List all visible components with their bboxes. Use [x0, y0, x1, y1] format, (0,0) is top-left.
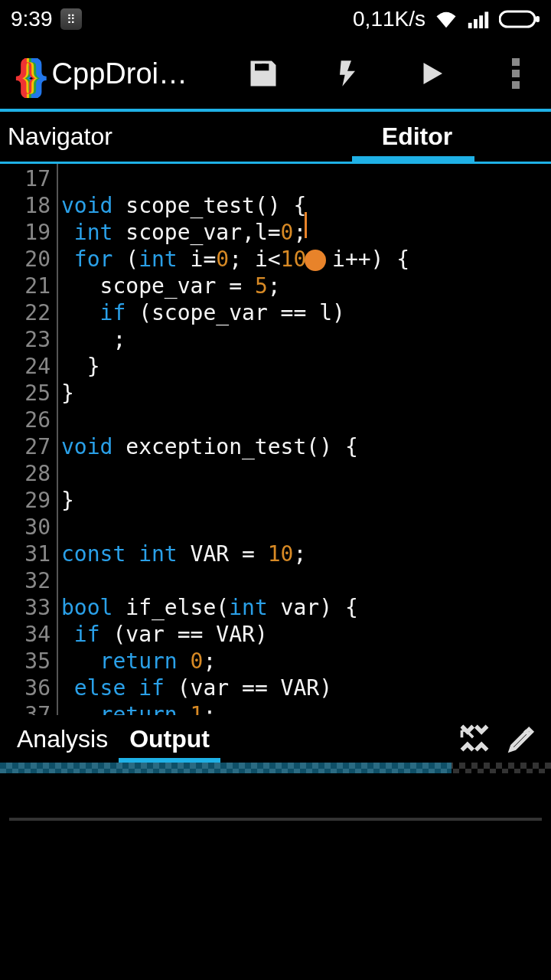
app-title: CppDroi… — [52, 57, 187, 90]
code-line[interactable]: return 0; — [61, 648, 551, 675]
output-panel[interactable] — [0, 773, 551, 972]
line-number: 37 — [0, 701, 51, 715]
line-number: 20 — [0, 246, 51, 273]
tab-navigator-label: Navigator — [8, 122, 112, 151]
line-number: 35 — [0, 648, 51, 675]
line-number: 29 — [0, 487, 51, 514]
line-number: 23 — [0, 326, 51, 353]
battery-icon — [499, 10, 540, 28]
code-line[interactable]: const int VAR = 10; — [61, 541, 551, 567]
line-number: 17 — [0, 165, 51, 192]
network-speed: 0,11K/s — [353, 7, 425, 31]
notification-icon: ⠿ — [60, 8, 82, 30]
code-line[interactable] — [61, 567, 551, 594]
line-number-gutter: 1718192021222324252627282930313233343536… — [0, 164, 58, 715]
text-caret — [305, 212, 307, 238]
tab-editor[interactable]: Editor — [276, 112, 551, 162]
svg-rect-1 — [474, 19, 478, 28]
line-number: 21 — [0, 273, 51, 299]
svg-rect-8 — [512, 70, 520, 77]
cursor-handle-icon[interactable] — [305, 250, 326, 271]
code-line[interactable]: } — [61, 380, 551, 407]
svg-rect-7 — [512, 58, 520, 66]
tab-navigator[interactable]: Navigator — [0, 112, 276, 162]
line-number: 31 — [0, 541, 51, 567]
flash-icon[interactable] — [329, 55, 366, 92]
tab-editor-label: Editor — [382, 122, 452, 151]
line-number: 22 — [0, 299, 51, 326]
code-line[interactable]: return 1; — [61, 701, 551, 715]
code-line[interactable]: void exception_test() { — [61, 433, 551, 460]
line-number: 32 — [0, 567, 51, 594]
line-number: 27 — [0, 433, 51, 460]
overflow-menu-icon[interactable] — [497, 55, 534, 92]
svg-rect-6 — [262, 64, 266, 69]
tab-output[interactable]: Output — [119, 715, 220, 763]
svg-rect-9 — [512, 81, 520, 89]
svg-rect-4 — [500, 11, 535, 27]
code-line[interactable] — [61, 460, 551, 487]
line-number: 19 — [0, 219, 51, 246]
bottom-tab-row: Analysis Output — [0, 715, 551, 763]
line-number: 26 — [0, 407, 51, 433]
code-area[interactable]: void scope_test() { int scope_var,l=0; f… — [58, 164, 551, 715]
app-logo-icon: {} — [15, 49, 43, 99]
top-tab-row: Navigator Editor — [0, 112, 551, 164]
line-number: 30 — [0, 514, 51, 541]
line-number: 28 — [0, 460, 51, 487]
status-time: 9:39 — [11, 7, 53, 31]
line-number: 24 — [0, 353, 51, 380]
code-line[interactable] — [61, 165, 551, 192]
line-number: 36 — [0, 675, 51, 701]
line-number: 33 — [0, 594, 51, 621]
line-number: 18 — [0, 192, 51, 219]
code-line[interactable] — [61, 407, 551, 433]
app-bar: {} CppDroi… — [0, 38, 551, 112]
code-line[interactable]: if (scope_var == l) — [61, 299, 551, 326]
code-line[interactable]: } — [61, 353, 551, 380]
line-number: 34 — [0, 621, 51, 648]
progress-strip — [0, 763, 551, 773]
code-line[interactable]: else if (var == VAR) — [61, 675, 551, 701]
code-line[interactable]: } — [61, 487, 551, 514]
svg-rect-2 — [479, 15, 483, 28]
save-icon[interactable] — [245, 55, 282, 92]
output-divider — [9, 818, 542, 821]
tab-output-label: Output — [129, 725, 210, 753]
wifi-icon — [435, 10, 458, 28]
code-line[interactable]: bool if_else(int var) { — [61, 594, 551, 621]
code-editor[interactable]: 1718192021222324252627282930313233343536… — [0, 164, 551, 715]
tab-analysis-label: Analysis — [17, 725, 108, 753]
svg-rect-0 — [468, 23, 472, 28]
code-line[interactable] — [61, 514, 551, 541]
code-line[interactable]: if (var == VAR) — [61, 621, 551, 648]
collapse-icon[interactable] — [458, 722, 491, 756]
run-icon[interactable] — [413, 55, 450, 92]
code-line[interactable]: scope_var = 5; — [61, 273, 551, 299]
signal-icon — [467, 10, 490, 28]
code-line[interactable]: ; — [61, 326, 551, 353]
line-number: 25 — [0, 380, 51, 407]
edit-icon[interactable] — [505, 722, 539, 756]
tab-analysis[interactable]: Analysis — [6, 715, 119, 763]
status-bar: 9:39 ⠿ 0,11K/s — [0, 0, 551, 38]
svg-rect-3 — [484, 11, 488, 28]
svg-rect-5 — [536, 16, 540, 22]
